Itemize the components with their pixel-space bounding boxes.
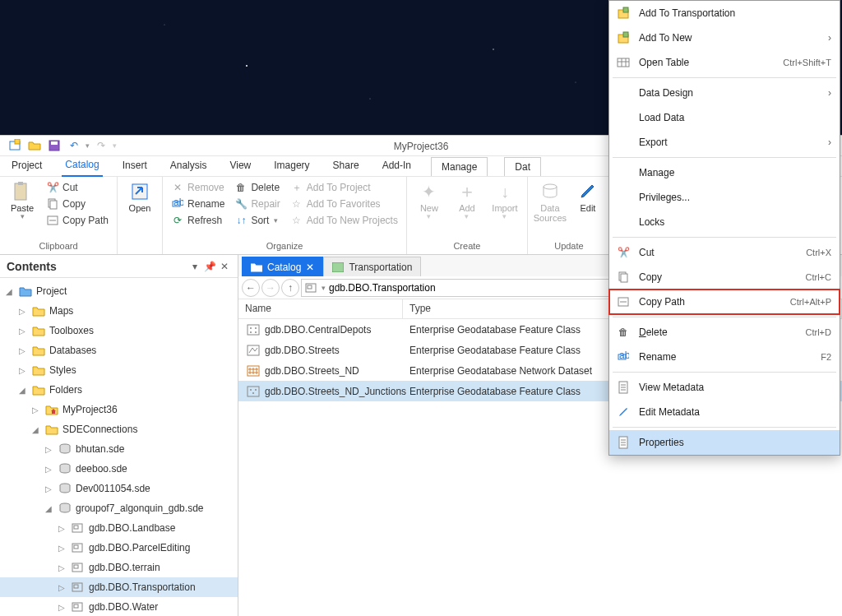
ctx-add-to-transportation[interactable]: Add To Transportation bbox=[609, 1, 840, 25]
svg-rect-30 bbox=[332, 262, 344, 272]
svg-rect-27 bbox=[74, 585, 78, 588]
tree-node-styles[interactable]: ▷Styles bbox=[0, 360, 238, 380]
paste-button[interactable]: Paste▾ bbox=[5, 178, 39, 239]
ctx-locks[interactable]: Locks bbox=[609, 210, 840, 234]
forward-button[interactable]: → bbox=[261, 279, 280, 297]
save-project-icon[interactable] bbox=[46, 137, 62, 154]
svg-rect-1 bbox=[15, 139, 20, 144]
ctx-add-to-new[interactable]: Add To New› bbox=[609, 25, 840, 50]
copy-icon bbox=[616, 270, 631, 285]
svg-rect-3 bbox=[51, 141, 58, 145]
open-project-icon[interactable] bbox=[26, 137, 43, 154]
cut-button[interactable]: ✂️Cut bbox=[43, 180, 112, 195]
ctx-copy[interactable]: CopyCtrl+C bbox=[609, 265, 840, 289]
ctx-edit-metadata[interactable]: Edit Metadata bbox=[609, 400, 840, 424]
context-menu: Add To Transportation Add To New› Open T… bbox=[608, 0, 840, 456]
tree-node-dataset[interactable]: ▷gdb.DBO.ParcelEditing bbox=[0, 538, 238, 558]
new-project-icon[interactable] bbox=[7, 137, 23, 154]
tab-view[interactable]: View bbox=[226, 156, 254, 176]
tree-node-sde[interactable]: ▷deeboo.sde bbox=[0, 459, 238, 479]
tree-node-folders[interactable]: ◢Folders bbox=[0, 380, 238, 400]
back-button[interactable]: ← bbox=[242, 279, 260, 297]
rename-button[interactable]: abRename bbox=[168, 197, 228, 211]
svg-point-41 bbox=[250, 389, 252, 391]
tab-analysis[interactable]: Analysis bbox=[167, 156, 210, 176]
ctx-open-table[interactable]: Open TableCtrl+Shift+T bbox=[609, 50, 840, 75]
catalog-icon bbox=[251, 262, 262, 272]
ctx-privileges[interactable]: Privileges... bbox=[609, 185, 840, 210]
tab-imagery[interactable]: Imagery bbox=[271, 156, 312, 176]
rename-icon: ab bbox=[616, 350, 631, 364]
project-tree: ◢Project ▷Maps ▷Toolboxes ▷Databases ▷St… bbox=[0, 278, 238, 616]
ctx-cut[interactable]: ✂️CutCtrl+X bbox=[609, 240, 840, 265]
svg-rect-40 bbox=[248, 387, 259, 396]
edit-button[interactable]: Edit bbox=[571, 178, 605, 239]
remove-button: ✕Remove bbox=[168, 180, 228, 195]
add-to-new-projects-button: ☆Add To New Projects bbox=[287, 213, 401, 228]
ctx-export[interactable]: Export› bbox=[609, 130, 840, 155]
repair-icon: 🔧 bbox=[234, 197, 248, 211]
feature-dataset-icon bbox=[305, 282, 318, 294]
tree-node-dataset[interactable]: ▷gdb.DBO.terrain bbox=[0, 558, 238, 577]
tree-node-project[interactable]: ◢Project bbox=[0, 281, 238, 301]
folder-icon bbox=[31, 343, 46, 358]
open-button[interactable]: Open bbox=[123, 178, 157, 249]
pin-icon[interactable]: 📌 bbox=[203, 260, 216, 273]
delete-button[interactable]: 🗑Delete bbox=[231, 180, 283, 195]
refresh-icon: ⟳ bbox=[171, 214, 184, 227]
tree-node-dataset[interactable]: ▷gdb.DBO.Landbase bbox=[0, 518, 238, 538]
trash-icon: 🗑 bbox=[616, 325, 631, 340]
add-layer-icon bbox=[616, 30, 631, 45]
svg-rect-29 bbox=[74, 604, 78, 608]
tree-node-myproject[interactable]: ▷MyProject36 bbox=[0, 400, 238, 419]
group-label: Clipboard bbox=[5, 239, 112, 252]
scissors-icon: ✂️ bbox=[616, 245, 631, 260]
tree-node-maps[interactable]: ▷Maps bbox=[0, 301, 238, 321]
tree-node-dataset[interactable]: ▷gdb.DBO.Water bbox=[0, 597, 238, 616]
ctx-load-data[interactable]: Load Data bbox=[609, 105, 840, 130]
tree-node-sde[interactable]: ▷Dev0011054.sde bbox=[0, 479, 238, 498]
ctx-copy-path[interactable]: Copy PathCtrl+Alt+P bbox=[609, 289, 840, 314]
folder-icon bbox=[31, 363, 46, 377]
column-name[interactable]: Name bbox=[238, 299, 403, 318]
ctx-view-metadata[interactable]: View Metadata bbox=[609, 375, 840, 400]
svg-rect-50 bbox=[621, 274, 627, 282]
tree-node-sdeconnections[interactable]: ◢SDEConnections bbox=[0, 419, 238, 439]
tab-catalog[interactable]: Catalog bbox=[62, 155, 102, 177]
tab-addin[interactable]: Add-In bbox=[379, 156, 414, 176]
tree-node-sde[interactable]: ▷bhutan.sde bbox=[0, 439, 238, 459]
close-icon[interactable]: ✕ bbox=[306, 262, 314, 273]
copy-path-button[interactable]: Copy Path bbox=[43, 213, 112, 228]
ctx-properties[interactable]: Properties bbox=[609, 430, 840, 455]
undo-button[interactable]: ↶ bbox=[66, 137, 82, 154]
refresh-button[interactable]: ⟳Refresh bbox=[168, 213, 228, 228]
close-icon[interactable]: ✕ bbox=[218, 260, 231, 273]
tree-node-dataset-selected[interactable]: ▷gdb.DBO.Transportation bbox=[0, 577, 238, 597]
ctx-rename[interactable]: abRenameF2 bbox=[609, 345, 840, 369]
sort-button[interactable]: ↓↑Sort▾ bbox=[231, 213, 283, 228]
view-tab-catalog[interactable]: Catalog✕ bbox=[242, 257, 323, 276]
feature-dataset-icon bbox=[71, 560, 86, 575]
plus-icon: ＋ bbox=[456, 180, 479, 203]
up-button[interactable]: ↑ bbox=[281, 279, 299, 297]
ctx-data-design[interactable]: Data Design› bbox=[609, 81, 840, 105]
ctx-delete[interactable]: 🗑DeleteCtrl+D bbox=[609, 320, 840, 345]
sparkle-icon: ✦ bbox=[418, 180, 441, 203]
tab-insert[interactable]: Insert bbox=[119, 156, 150, 176]
tab-project[interactable]: Project bbox=[8, 156, 45, 176]
redo-button[interactable]: ↷ bbox=[93, 137, 109, 154]
svg-point-43 bbox=[252, 392, 254, 394]
options-icon[interactable]: ▾ bbox=[188, 260, 201, 273]
tree-node-sde[interactable]: ◢groupof7_algonquin_gdb.sde bbox=[0, 498, 238, 518]
tree-node-databases[interactable]: ▷Databases bbox=[0, 340, 238, 360]
feature-class-line-icon bbox=[247, 345, 260, 356]
home-folder-icon bbox=[44, 402, 59, 417]
document-icon bbox=[616, 380, 631, 395]
tab-share[interactable]: Share bbox=[330, 156, 363, 176]
tree-node-toolboxes[interactable]: ▷Toolboxes bbox=[0, 321, 238, 340]
tab-manage[interactable]: Manage bbox=[431, 157, 488, 176]
tab-data[interactable]: Dat bbox=[504, 157, 541, 176]
copy-button[interactable]: Copy bbox=[43, 197, 112, 211]
view-tab-transportation[interactable]: Transportation bbox=[323, 257, 421, 276]
ctx-manage[interactable]: Manage bbox=[609, 160, 840, 185]
